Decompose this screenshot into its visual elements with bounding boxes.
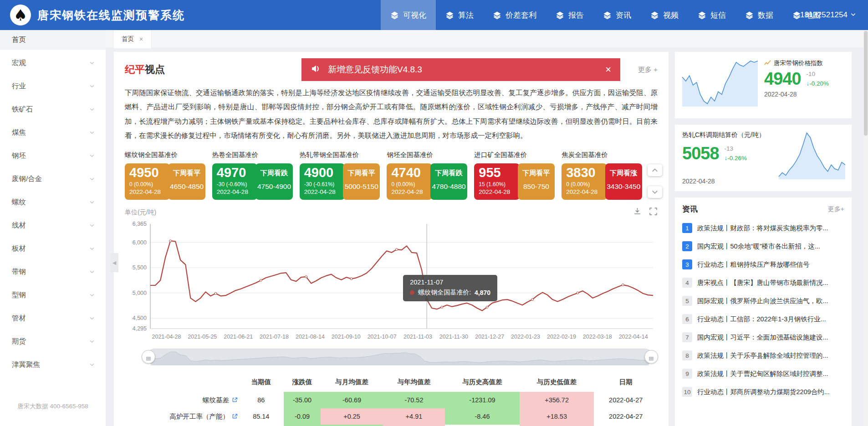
sidebar-item-coal-coke[interactable]: 煤焦 — [0, 123, 106, 142]
price-card-coke[interactable]: 焦炭全国基准价 38300 (0.00%)2022-04-28下周看涨3430-… — [562, 151, 644, 200]
news-item[interactable]: 8政策法规丨关于乐亭县解除全域封控管理的... — [682, 346, 844, 365]
cards-scroll-up-button[interactable] — [648, 164, 662, 176]
banner-close-icon[interactable]: × — [605, 64, 611, 76]
news-rank-badge: 5 — [682, 296, 692, 306]
table-header-row: 当期值涨跌值与月均值差与年均值差与历史高值差与历史低值差日期 — [125, 374, 658, 392]
sidebar-item-pipe[interactable]: 管材 — [0, 309, 106, 328]
news-item[interactable]: 2国内宏观丨50余地“暖”楼市各出新招，这... — [682, 237, 844, 255]
down-arrow-change: ↓-0.26% — [725, 154, 747, 163]
news-item[interactable]: 6行业动态丨工信部：2022年1-3月钢铁行业... — [682, 310, 844, 328]
tab-bar: 首页 × — [106, 30, 868, 48]
sidebar-item-jinji-focus[interactable]: 津冀聚焦 — [0, 355, 106, 375]
svg-text:2021-08-14: 2021-08-14 — [296, 334, 325, 340]
svg-text:2021-04-28: 2021-04-28 — [152, 334, 181, 340]
sidebar-item-iron-ore[interactable]: 铁矿石 — [0, 100, 106, 119]
sidebar-item-section-steel[interactable]: 型钢 — [0, 285, 106, 305]
nav-menu: 可视化 算法 价差套利 报告 资讯 视频 短信 数据 地图 — [381, 0, 830, 30]
price-card-hot-rolled-strip[interactable]: 热轧带钢全国基准价 4900-30 (-0.61%)2022-04-28下周看平… — [300, 151, 382, 200]
layers-icon — [390, 11, 399, 20]
datazoom-right-handle[interactable] — [644, 350, 658, 364]
chevron-down-icon — [89, 268, 95, 276]
svg-text:2022-03-18: 2022-03-18 — [583, 334, 612, 340]
news-rank-badge: 10 — [682, 387, 692, 397]
tab-home[interactable]: 首页 × — [113, 30, 152, 48]
nav-item-arbitrage[interactable]: 价差套利 — [483, 0, 546, 30]
svg-text:5,500: 5,500 — [133, 264, 147, 271]
nav-item-video[interactable]: 视频 — [641, 0, 688, 30]
viewpoint-paragraph: 下周随国家保证物流、交通运输畅通政策的落实，特别是上海等经济发达地区疫情继续改善… — [125, 86, 658, 142]
user-phone-dropdown[interactable]: 18132521254 — [800, 0, 856, 30]
news-panel-title: 资讯 — [682, 204, 698, 214]
sidebar-item-wire-rod[interactable]: 线材 — [0, 216, 106, 235]
news-rank-badge: 1 — [682, 223, 692, 233]
datazoom-area — [151, 349, 649, 365]
nav-item-news[interactable]: 资讯 — [593, 0, 641, 30]
chart-datazoom-slider[interactable] — [147, 349, 653, 365]
chevron-down-icon — [850, 10, 856, 20]
line-chart-canvas[interactable]: 4,2954,5005,0005,5006,0006,3652021-04-28… — [125, 219, 658, 342]
price-trend-chart[interactable]: 4,2954,5005,0005,5006,0006,3652021-04-28… — [125, 219, 658, 344]
svg-text:6,000: 6,000 — [133, 239, 147, 246]
sidebar-item-plate[interactable]: 板材 — [0, 239, 106, 259]
download-icon[interactable] — [633, 207, 642, 218]
sidebar-item-industry[interactable]: 行业 — [0, 76, 106, 96]
price-card-rebar[interactable]: 螺纹钢全国基准价 49500 (0.00%)2022-04-28下周看平4650… — [125, 151, 207, 200]
news-item[interactable]: 4唐宋视点丨【唐宋】唐山带钢市场最新情况... — [682, 274, 844, 292]
external-link-icon[interactable] — [232, 397, 238, 404]
nav-item-algorithm[interactable]: 算法 — [436, 0, 483, 30]
fullscreen-icon[interactable] — [649, 207, 658, 218]
scrollbar-thumb[interactable] — [864, 31, 868, 136]
nav-item-data[interactable]: 数据 — [735, 0, 783, 30]
chevron-down-icon — [89, 222, 95, 230]
price-card-hot-coil[interactable]: 热卷全国基准价 4970-30 (-0.60%)2022-04-28下周看跌47… — [212, 151, 295, 200]
nav-item-report[interactable]: 报告 — [546, 0, 593, 30]
strip-price-index-card[interactable]: 唐宋带钢价格指数 4940 -10 ↓-0.20% 2022-04-28 — [675, 52, 852, 118]
news-rank-badge: 7 — [682, 332, 692, 342]
table-row: 螺纹基差 86-35.00-60.69-70.52-1231.09+356.72… — [125, 392, 658, 408]
chevron-down-icon — [89, 129, 95, 137]
sidebar-item-scrap-alloy[interactable]: 废钢/合金 — [0, 169, 106, 189]
nav-item-sms[interactable]: 短信 — [688, 0, 735, 30]
layers-icon — [603, 11, 612, 20]
sidebar-item-futures[interactable]: 期货 — [0, 332, 106, 351]
nav-item-visualization[interactable]: 可视化 — [381, 0, 436, 30]
news-item[interactable]: 10行业动态丨郑商所调整动力煤期货2209合约... — [682, 383, 844, 401]
sidebar-item-home[interactable]: 首页 — [0, 30, 106, 50]
sidebar-item-strip-steel[interactable]: 带钢 — [0, 262, 106, 282]
sidebar: 首页 宏观 行业 铁矿石 煤焦 钢坯 废钢/合金 螺纹 线材 板材 带钢 型钢 … — [0, 30, 106, 426]
more-link[interactable]: 更多 + — [638, 66, 658, 74]
sidebar-item-billet[interactable]: 钢坯 — [0, 146, 106, 166]
svg-text:4,500: 4,500 — [133, 315, 147, 321]
news-rank-badge: 2 — [682, 241, 692, 251]
price-card-billet[interactable]: 钢坯全国基准价 47400 (0.00%)2022-04-28下周看跌4780-… — [387, 151, 469, 200]
news-item[interactable]: 1政策法规丨财政部：将对煤炭实施税率为零... — [682, 219, 844, 237]
layers-icon — [650, 11, 659, 20]
news-more-link[interactable]: 更多+ — [828, 205, 844, 213]
page-scrollbar[interactable] — [863, 30, 868, 426]
chevron-down-icon — [89, 245, 95, 253]
external-link-icon[interactable] — [232, 413, 238, 421]
down-arrow-change: ↓-0.20% — [807, 79, 829, 88]
svg-text:2022-01-23: 2022-01-23 — [511, 334, 540, 340]
news-item[interactable]: 3行业动态丨粗钢持续压产释放哪些信号 — [682, 255, 844, 274]
tab-close-icon[interactable]: × — [139, 36, 143, 43]
announcement-banner: 新增意见反馈功能V4.8.3 × — [301, 58, 620, 81]
sidebar-item-macro[interactable]: 宏观 — [0, 53, 106, 73]
svg-text:2021-11-30: 2021-11-30 — [439, 334, 468, 340]
sidebar-collapse-handle[interactable]: ◀ — [110, 253, 118, 272]
news-item[interactable]: 7国内宏观丨习近平：全面加强基础设施建设... — [682, 328, 844, 346]
svg-text:2022-02-19: 2022-02-19 — [547, 334, 576, 340]
datazoom-left-handle[interactable] — [142, 350, 155, 364]
price-card-imported-ore[interactable]: 进口矿全国基准价 95515 (1.60%)2022-04-28下周看平850-… — [474, 151, 557, 200]
layers-icon — [493, 11, 501, 20]
app-logo: ♠ — [10, 5, 31, 25]
news-item[interactable]: 9政策法规丨关于曹妃甸区解除区域封控调整... — [682, 365, 844, 383]
sidebar-item-rebar[interactable]: 螺纹 — [0, 193, 106, 212]
cards-scroll-down-button[interactable] — [648, 186, 662, 198]
chevron-down-icon — [89, 198, 95, 207]
svg-text:2021-09-10: 2021-09-10 — [332, 334, 361, 340]
settlement-price-card[interactable]: 热轧C料调期结算价（元/吨） 5058 -13 ↓-0.26% 2022-04-… — [675, 125, 852, 191]
sparkline-chart — [778, 130, 846, 180]
chart-unit-label: 单位(元/吨) — [125, 208, 156, 217]
news-item[interactable]: 5国际宏观丨俄罗斯停止向波兰供应油气，欧... — [682, 292, 844, 310]
